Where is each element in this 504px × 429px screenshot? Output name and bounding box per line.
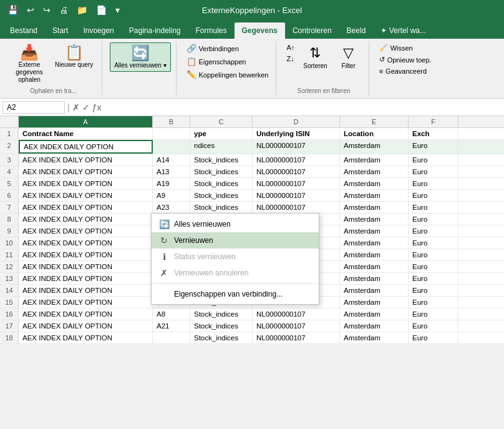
cell-A-16[interactable]: AEX INDEX DAILY OPTION — [19, 308, 153, 320]
geavanceerd-button[interactable]: ≡ Geavanceerd — [377, 66, 434, 76]
cell-F-12[interactable]: Euro — [409, 261, 458, 272]
table-row[interactable]: 1Contract NameypeUnderlying ISINLocation… — [0, 128, 504, 140]
name-box[interactable] — [2, 101, 65, 114]
cell-E-1[interactable]: Location — [340, 128, 409, 139]
cell-D-6[interactable]: NL0000000107 — [253, 190, 340, 201]
tab-invoegen[interactable]: Invoegen — [75, 22, 121, 39]
tab-pagina-indeling[interactable]: Pagina-indeling — [122, 22, 188, 39]
tab-gegevens[interactable]: Gegevens — [235, 22, 285, 39]
cell-D-7[interactable]: NL0000000107 — [253, 202, 340, 213]
tab-controleren[interactable]: Controleren — [285, 22, 339, 39]
cell-A-12[interactable]: AEX INDEX DAILY OPTION — [19, 261, 153, 272]
verbindingen-button[interactable]: 🔗 Verbindingen — [184, 42, 271, 54]
cell-F-8[interactable]: Euro — [409, 214, 458, 225]
cell-F-2[interactable]: Euro — [409, 140, 458, 154]
cell-B-6[interactable]: A9 — [153, 190, 190, 201]
cell-C-16[interactable]: Stock_indices — [190, 308, 253, 320]
cell-A-8[interactable]: AEX INDEX DAILY OPTION — [19, 214, 153, 225]
cell-E-17[interactable]: Amsterdam — [340, 320, 409, 332]
tab-formules[interactable]: Formules — [188, 22, 235, 39]
cell-C-6[interactable]: Stock_indices — [190, 190, 253, 201]
cell-F-3[interactable]: Euro — [409, 154, 458, 165]
cell-A-17[interactable]: AEX INDEX DAILY OPTION — [19, 320, 153, 332]
tab-bestand[interactable]: Bestand — [2, 22, 45, 39]
cell-A-14[interactable]: AEX INDEX DAILY OPTION — [19, 285, 153, 296]
cell-D-3[interactable]: NL0000000107 — [253, 154, 340, 165]
cell-A-1[interactable]: Contract Name — [19, 128, 153, 139]
table-row[interactable]: 5AEX INDEX DAILY OPTIONA19Stock_indicesN… — [0, 178, 504, 190]
col-header-A[interactable]: A — [19, 116, 153, 127]
cell-E-5[interactable]: Amsterdam — [340, 178, 409, 189]
cell-A-4[interactable]: AEX INDEX DAILY OPTION — [19, 166, 153, 177]
cell-C-3[interactable]: Stock_indices — [190, 154, 253, 165]
table-row[interactable]: 2AEX INDEX DAILY OPTIONndicesNL000000010… — [0, 140, 504, 154]
cell-E-14[interactable]: Amsterdam — [340, 285, 409, 296]
table-row[interactable]: 7AEX INDEX DAILY OPTIONA23Stock_indicesN… — [0, 202, 504, 214]
confirm-formula-icon[interactable]: ✓ — [82, 102, 90, 112]
save-icon[interactable]: 💾 — [5, 4, 21, 16]
cell-A-18[interactable]: AEX INDEX DAILY OPTION — [19, 332, 153, 343]
table-row[interactable]: 6AEX INDEX DAILY OPTIONA9Stock_indicesNL… — [0, 190, 504, 202]
cell-D-4[interactable]: NL0000000107 — [253, 166, 340, 177]
cell-A-2[interactable]: AEX INDEX DAILY OPTION — [19, 140, 153, 154]
table-row[interactable]: 3AEX INDEX DAILY OPTIONA14Stock_indicesN… — [0, 154, 504, 166]
cell-D-16[interactable]: NL0000000107 — [253, 308, 340, 320]
cell-A-5[interactable]: AEX INDEX DAILY OPTION — [19, 178, 153, 189]
cell-D-18[interactable]: NL0000000107 — [253, 332, 340, 343]
cell-A-13[interactable]: AEX INDEX DAILY OPTION — [19, 273, 153, 284]
cell-F-7[interactable]: Euro — [409, 202, 458, 213]
cell-B-1[interactable] — [153, 128, 190, 139]
sorteren-az-button[interactable]: A↑ — [284, 42, 297, 52]
cell-F-5[interactable]: Euro — [409, 178, 458, 189]
cell-D-5[interactable]: NL0000000107 — [253, 178, 340, 189]
cell-F-16[interactable]: Euro — [409, 308, 458, 320]
cell-E-10[interactable]: Amsterdam — [340, 237, 409, 249]
sorteren-button[interactable]: ⇅ Sorteren — [299, 42, 331, 72]
cell-E-4[interactable]: Amsterdam — [340, 166, 409, 177]
col-header-F[interactable]: F — [409, 116, 458, 127]
cell-D-1[interactable]: Underlying ISIN — [253, 128, 340, 139]
print-icon[interactable]: 🖨 — [57, 4, 70, 16]
cell-B-17[interactable]: A21 — [153, 320, 190, 332]
cell-E-3[interactable]: Amsterdam — [340, 154, 409, 165]
tab-start[interactable]: Start — [45, 22, 75, 39]
table-row[interactable]: 16AEX INDEX DAILY OPTIONA8Stock_indicesN… — [0, 308, 504, 320]
cell-E-16[interactable]: Amsterdam — [340, 308, 409, 320]
tab-vertel[interactable]: ✦ Vertel wa... — [373, 22, 434, 39]
externe-gegevens-button[interactable]: 📥 Externe gegevens ophalen — [10, 42, 49, 86]
cell-A-9[interactable]: AEX INDEX DAILY OPTION — [19, 225, 153, 237]
cell-D-2[interactable]: NL0000000107 — [253, 140, 340, 154]
cell-F-13[interactable]: Euro — [409, 273, 458, 284]
cell-B-3[interactable]: A14 — [153, 154, 190, 165]
cell-B-16[interactable]: A8 — [153, 308, 190, 320]
cell-E-2[interactable]: Amsterdam — [340, 140, 409, 154]
cell-F-18[interactable]: Euro — [409, 332, 458, 343]
cell-B-4[interactable]: A13 — [153, 166, 190, 177]
folder-icon[interactable]: 📁 — [74, 4, 90, 16]
cell-A-3[interactable]: AEX INDEX DAILY OPTION — [19, 154, 153, 165]
tab-beeld[interactable]: Beeld — [339, 22, 374, 39]
cell-E-18[interactable]: Amsterdam — [340, 332, 409, 343]
eigenschappen-button[interactable]: 📋 Eigenschappen — [184, 56, 271, 67]
cell-F-10[interactable]: Euro — [409, 237, 458, 249]
cell-A-6[interactable]: AEX INDEX DAILY OPTION — [19, 190, 153, 201]
sorteren-za-button[interactable]: Z↓ — [284, 54, 297, 64]
cell-A-10[interactable]: AEX INDEX DAILY OPTION — [19, 237, 153, 249]
menu-alles-vernieuwen[interactable]: 🔄 Alles vernieuwen — [152, 216, 319, 232]
cell-B-7[interactable]: A23 — [153, 202, 190, 213]
col-header-D[interactable]: D — [253, 116, 340, 127]
redo-icon[interactable]: ↪ — [41, 4, 53, 16]
col-header-C[interactable]: C — [190, 116, 253, 127]
cell-A-15[interactable]: AEX INDEX DAILY OPTION — [19, 297, 153, 308]
col-header-B[interactable]: B — [153, 116, 190, 127]
undo-icon[interactable]: ↩ — [24, 4, 37, 16]
nieuwe-query-button[interactable]: 📋 Nieuwe query — [51, 42, 97, 71]
cell-C-2[interactable]: ndices — [190, 140, 253, 154]
cell-E-11[interactable]: Amsterdam — [340, 249, 409, 260]
menu-eigenschappen-verbinding[interactable]: Eigenschappen van verbinding... — [152, 287, 319, 302]
cell-E-9[interactable]: Amsterdam — [340, 225, 409, 237]
cell-F-1[interactable]: Exch — [409, 128, 458, 139]
cell-B-18[interactable] — [153, 332, 190, 343]
cell-B-5[interactable]: A19 — [153, 178, 190, 189]
cancel-formula-icon[interactable]: ✗ — [72, 102, 80, 112]
